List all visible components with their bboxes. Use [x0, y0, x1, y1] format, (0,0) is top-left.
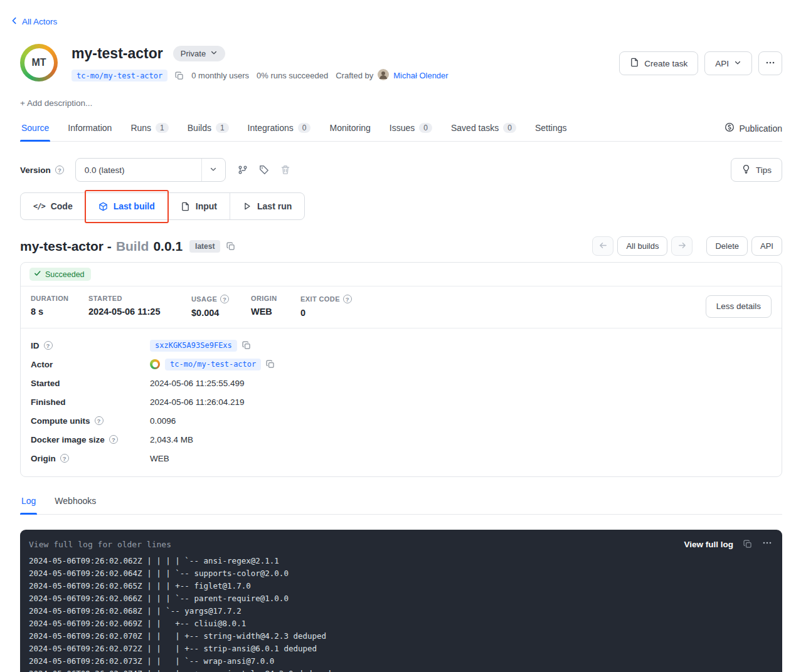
stats-row: DURATION8 sSTARTED2024-05-06 11:25USAGE?… [21, 286, 782, 328]
arrow-right-icon [677, 241, 687, 252]
detail-label: Started [31, 379, 150, 388]
tab-count-badge: 0 [503, 123, 516, 133]
view-full-log-button[interactable]: View full log [684, 540, 733, 549]
add-description-link[interactable]: + Add description... [20, 98, 782, 108]
tab-label: Integrations [248, 123, 294, 133]
view-tab-label: Last build [114, 201, 155, 211]
detail-label-text: Compute units [31, 416, 90, 426]
help-icon[interactable]: ? [60, 454, 69, 463]
help-icon[interactable]: ? [95, 416, 103, 425]
view-older-lines-link[interactable]: View full log for older lines [29, 540, 171, 549]
visibility-dropdown[interactable]: Private [173, 46, 225, 61]
more-actions-button[interactable] [758, 51, 782, 75]
author-link[interactable]: Michał Olender [393, 71, 448, 80]
build-api-button[interactable]: API [751, 236, 782, 256]
help-icon[interactable]: ? [220, 295, 229, 303]
stat-duration: DURATION8 s [31, 295, 88, 318]
tab-runs[interactable]: Runs1 [129, 118, 169, 141]
next-build-button[interactable] [671, 236, 693, 256]
publication-label: Publication [740, 123, 783, 134]
tab-integrations[interactable]: Integrations0 [247, 118, 312, 141]
detail-value-text: 2024-05-06 11:26:04.219 [150, 397, 245, 407]
tab-log[interactable]: Log [20, 491, 37, 514]
less-details-button[interactable]: Less details [706, 295, 772, 318]
detail-label: Docker image size? [31, 435, 150, 444]
delete-build-button[interactable]: Delete [706, 236, 748, 256]
actor-link-badge[interactable]: tc-mo/my-test-actor [165, 359, 261, 370]
version-select[interactable]: 0.0 (latest) [75, 158, 226, 182]
tab-saved-tasks[interactable]: Saved tasks0 [450, 118, 517, 141]
ellipsis-icon [765, 58, 775, 70]
tab-information[interactable]: Information [66, 118, 113, 141]
breadcrumb[interactable]: All Actors [10, 16, 57, 27]
tips-button[interactable]: Tips [731, 158, 782, 182]
detail-label-text: Origin [31, 454, 56, 463]
detail-label: Compute units? [31, 416, 150, 426]
version-label: Version ? [20, 165, 64, 175]
code-icon: </> [33, 202, 45, 211]
help-icon[interactable]: ? [44, 341, 53, 350]
console-lines[interactable]: 2024-05-06T09:26:02.062Z | | | | `-- ans… [29, 555, 772, 672]
tab-monitoring[interactable]: Monitoring [328, 118, 371, 141]
stat-label: DURATION [31, 295, 88, 302]
tab-source[interactable]: Source [20, 118, 50, 141]
build-header: my-test-actor - Build 0.0.1 latest All b… [20, 236, 782, 256]
log-line: 2024-05-06T09:26:02.066Z | | | `-- paren… [29, 592, 772, 605]
tab-issues[interactable]: Issues0 [388, 118, 433, 141]
chevron-down-icon [734, 59, 741, 68]
stat-label: STARTED [88, 295, 191, 302]
actor-avatar: MT [20, 44, 58, 81]
detail-value: 2024-05-06 11:26:04.219 [150, 397, 245, 407]
tab-count-badge: 0 [419, 123, 432, 133]
help-icon[interactable]: ? [109, 435, 118, 444]
build-header-actions: All builds Delete API [592, 236, 782, 256]
all-builds-button[interactable]: All builds [617, 236, 667, 256]
stat-label-text: ORIGIN [251, 295, 277, 302]
previous-build-button[interactable] [592, 236, 613, 256]
branch-icon[interactable] [232, 159, 253, 181]
view-tab-last-build[interactable]: Last build [85, 193, 167, 219]
log-tabs: LogWebhooks [20, 491, 97, 514]
actor-path-badge[interactable]: tc-mo/my-test-actor [72, 70, 167, 81]
view-tab-last-run[interactable]: Last run [230, 193, 304, 219]
tab-label: Issues [390, 123, 415, 133]
check-icon [34, 270, 41, 279]
tab-settings[interactable]: Settings [534, 118, 568, 141]
tab-builds[interactable]: Builds1 [186, 118, 230, 141]
id-badge[interactable]: sxzKGK5A93Se9FExs [150, 340, 237, 352]
log-line: 2024-05-06T09:26:02.072Z | | | +-- strip… [29, 643, 772, 655]
tab-count-badge: 1 [216, 123, 229, 133]
header-actions: Create task API [619, 44, 782, 75]
stat-usage: USAGE?$0.004 [191, 295, 251, 318]
detail-value-text: 0.0096 [150, 416, 176, 426]
trash-icon[interactable] [275, 159, 296, 181]
copy-icon[interactable] [743, 540, 752, 549]
actor-avatar-initials: MT [24, 48, 54, 78]
tag-icon[interactable] [253, 159, 275, 181]
help-icon[interactable]: ? [343, 295, 352, 303]
view-tab-code[interactable]: </>Code [21, 193, 85, 219]
stat-label: ORIGIN [251, 295, 300, 302]
build-details-card: Succeeded DURATION8 sSTARTED2024-05-06 1… [20, 262, 782, 477]
log-line: 2024-05-06T09:26:02.064Z | | | `-- suppo… [29, 567, 772, 580]
ellipsis-icon[interactable] [762, 538, 772, 550]
main-tab-bar: SourceInformationRuns1Builds1Integration… [20, 118, 782, 142]
copy-icon[interactable] [242, 341, 251, 350]
actor-detail-page: All Actors MT my-test-actor Private tc-m… [0, 0, 796, 672]
create-task-button[interactable]: Create task [619, 51, 698, 75]
publication-link[interactable]: Publication [724, 122, 783, 141]
api-dropdown-button[interactable]: API [704, 51, 752, 75]
detail-row-started: Started2024-05-06 11:25:55.499 [31, 374, 772, 392]
log-line: 2024-05-06T09:26:02.065Z | | | +-- figle… [29, 580, 772, 592]
detail-label: Origin? [31, 454, 150, 463]
actor-header-main: my-test-actor Private tc-mo/my-test-acto… [72, 44, 619, 82]
latest-badge: latest [189, 240, 220, 253]
view-tab-input[interactable]: Input [167, 193, 230, 219]
copy-icon[interactable] [226, 242, 235, 251]
less-details-label: Less details [716, 302, 761, 311]
copy-icon[interactable] [266, 360, 275, 369]
stat-started: STARTED2024-05-06 11:25 [88, 295, 191, 318]
help-icon[interactable]: ? [55, 165, 64, 174]
tab-webhooks[interactable]: Webhooks [53, 491, 97, 514]
copy-icon[interactable] [175, 71, 184, 80]
